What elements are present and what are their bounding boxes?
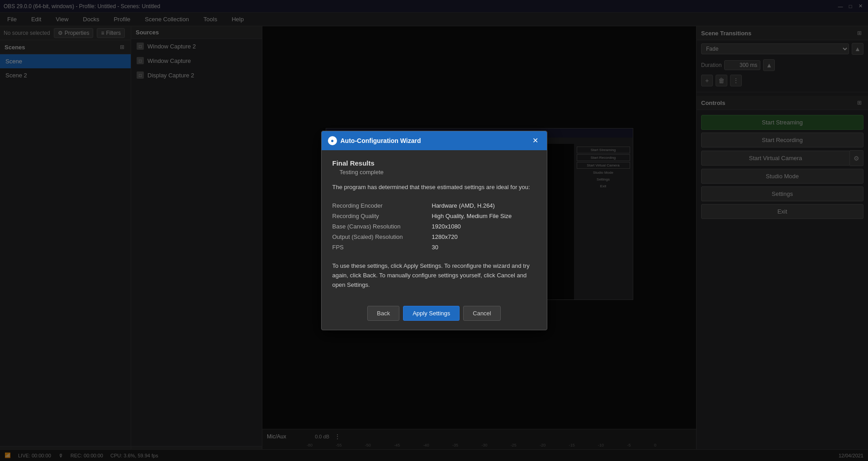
fps-label: FPS [332,244,432,251]
base-res-label: Base (Canvas) Resolution [332,223,432,230]
encoder-value: Hardware (AMD, H.264) [432,202,495,209]
settings-row-base-res: Base (Canvas) Resolution 1920x1080 [332,221,536,232]
output-res-label: Output (Scaled) Resolution [332,233,432,240]
settings-row-encoder: Recording Encoder Hardware (AMD, H.264) [332,200,536,211]
modal-footer: Back Apply Settings Cancel [322,299,547,330]
settings-row-output-res: Output (Scaled) Resolution 1280x720 [332,232,536,242]
modal-description: The program has determined that these es… [332,183,536,192]
settings-row-quality: Recording Quality High Quality, Medium F… [332,211,536,221]
quality-label: Recording Quality [332,213,432,219]
result-subtitle: Testing complete [332,169,536,176]
modal-body: Final Results Testing complete The progr… [322,150,547,299]
quality-value: High Quality, Medium File Size [432,213,512,219]
settings-table: Recording Encoder Hardware (AMD, H.264) … [332,200,536,252]
modal-title: Auto-Configuration Wizard [341,137,421,144]
modal-overlay: ● Auto-Configuration Wizard ✕ Final Resu… [0,0,868,461]
result-title: Final Results [332,159,536,167]
modal-header: ● Auto-Configuration Wizard ✕ [322,131,547,150]
modal-info-text: To use these settings, click Apply Setti… [332,261,536,290]
output-res-value: 1280x720 [432,233,458,240]
base-res-value: 1920x1080 [432,223,461,230]
apply-settings-button[interactable]: Apply Settings [403,306,460,321]
modal-title-row: ● Auto-Configuration Wizard [328,136,421,145]
fps-value: 30 [432,244,438,251]
obs-icon: ● [328,136,337,145]
modal-close-button[interactable]: ✕ [531,136,541,146]
settings-row-fps: FPS 30 [332,242,536,252]
auto-config-dialog: ● Auto-Configuration Wizard ✕ Final Resu… [321,131,547,331]
back-button[interactable]: Back [367,306,399,321]
encoder-label: Recording Encoder [332,202,432,209]
cancel-button[interactable]: Cancel [463,306,500,321]
